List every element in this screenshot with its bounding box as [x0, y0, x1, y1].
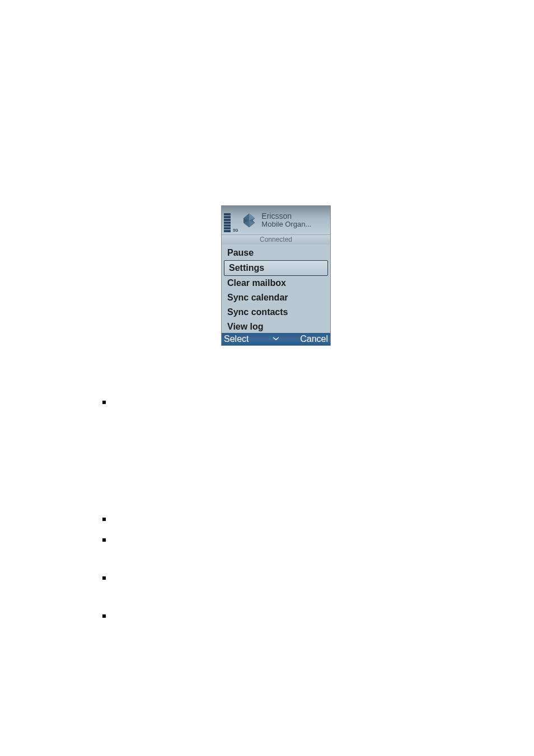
softkey-bar: Select Cancel	[222, 333, 330, 345]
softkey-cancel[interactable]: Cancel	[300, 334, 328, 344]
bullet-icon	[102, 401, 106, 404]
menu-item-pause[interactable]: Pause	[223, 246, 329, 260]
bullet-icon	[102, 576, 106, 580]
phone-screen: 3G Ericsson Mobile Organ... Connected Pa…	[221, 205, 331, 346]
status-bar: 3G Ericsson Mobile Organ...	[222, 206, 330, 234]
menu-item-sync-calendar[interactable]: Sync calendar	[223, 290, 329, 305]
softkey-select[interactable]: Select	[224, 334, 249, 344]
app-name-line2: Mobile Organ...	[261, 220, 311, 228]
network-label: 3G	[233, 228, 238, 232]
connection-status: Connected	[222, 234, 330, 245]
menu-list: Pause Settings Clear mailbox Sync calend…	[222, 245, 330, 335]
chevron-down-icon[interactable]	[272, 335, 280, 343]
bullet-icon	[102, 538, 106, 542]
menu-item-view-log[interactable]: View log	[223, 320, 329, 334]
bullet-icon	[102, 614, 106, 618]
menu-item-settings[interactable]: Settings	[224, 260, 328, 276]
menu-item-sync-contacts[interactable]: Sync contacts	[223, 305, 329, 320]
app-title: Ericsson Mobile Organ...	[261, 212, 311, 229]
app-icon	[240, 212, 258, 229]
app-name-line1: Ericsson	[261, 212, 311, 220]
signal-strength-icon	[224, 209, 231, 232]
menu-item-clear-mailbox[interactable]: Clear mailbox	[223, 276, 329, 290]
bullet-icon	[102, 518, 106, 521]
